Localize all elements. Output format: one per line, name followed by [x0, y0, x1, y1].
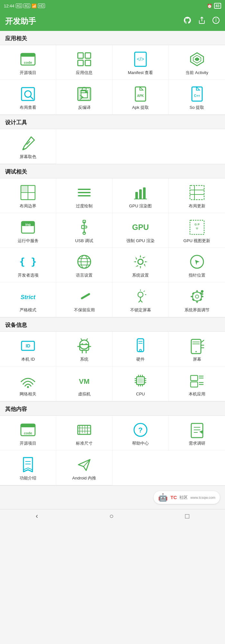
item-open-source[interactable]: code 开源项目	[0, 45, 56, 80]
item-usb-debug[interactable]: USB 调试	[56, 213, 113, 248]
svg-text:code: code	[24, 61, 32, 64]
info-icon[interactable]	[212, 16, 220, 26]
svg-rect-71	[81, 293, 91, 300]
item-label: 硬件	[136, 357, 145, 362]
svg-point-97	[86, 343, 87, 345]
item-label: 不锁定屏幕	[130, 308, 151, 313]
svg-rect-83	[191, 296, 193, 297]
section-label-other: 其他内容	[0, 402, 225, 416]
recent-button[interactable]: □	[185, 512, 189, 520]
cpu-icon	[131, 372, 149, 390]
item-label: 应用信息	[76, 70, 93, 76]
item-vm[interactable]: VM 虚拟机	[56, 366, 113, 401]
item-gpu-view-update[interactable]: G P U GPU 视图更新	[169, 213, 225, 248]
item-feedback[interactable]: 需求调研	[169, 416, 225, 450]
signal1: 4G	[16, 4, 22, 8]
item-label: 指针位置	[189, 273, 205, 278]
app-info-icon	[75, 50, 93, 68]
share-icon[interactable]	[198, 16, 206, 26]
back-button[interactable]: ‹	[36, 512, 38, 520]
time: 12:44	[4, 4, 14, 8]
svg-text:VM: VM	[79, 377, 90, 385]
item-screen[interactable]: 屏幕	[169, 332, 225, 366]
overdraw-icon	[75, 184, 93, 202]
item-overdraw[interactable]: 过度绘制	[56, 178, 113, 213]
manifest-icon: </>	[131, 50, 149, 68]
svg-rect-81	[196, 290, 198, 293]
item-strict-mode[interactable]: Strict 严格模式	[0, 282, 56, 317]
grid-apps: code 开源项目 应用信息 </> Manifest 查看	[0, 45, 225, 115]
svg-line-74	[139, 300, 140, 302]
item-pointer-location[interactable]: 指针位置	[169, 248, 225, 282]
standard-size-icon	[75, 421, 93, 439]
item-network[interactable]: 网络相关	[0, 366, 56, 401]
svg-rect-6	[78, 53, 83, 58]
item-no-keep-apps[interactable]: 不保留应用	[56, 282, 113, 317]
item-current-activity[interactable]: 当前 Activity	[169, 45, 225, 80]
item-cpu[interactable]: CPU	[113, 366, 169, 401]
svg-text:GPU: GPU	[132, 223, 149, 232]
item-android-push[interactable]: Android 内推	[56, 450, 113, 485]
item-layout-border[interactable]: 布局边界	[0, 178, 56, 213]
signal2: 4G	[23, 4, 30, 8]
item-label: Manifest 查看	[128, 70, 153, 76]
local-apps-icon	[188, 372, 206, 390]
home-button[interactable]: ○	[109, 512, 113, 520]
status-right: ⏰ 83	[207, 3, 221, 9]
item-gpu-render[interactable]: GPU 渲染图	[113, 178, 169, 213]
section-label-device: 设备信息	[0, 317, 225, 332]
item-decompile[interactable]: 反编译	[56, 80, 113, 115]
item-label: 严格模式	[20, 308, 36, 313]
item-force-gpu[interactable]: GPU 强制 GPU 渲染	[113, 213, 169, 248]
section-label-design: 设计工具	[0, 115, 225, 129]
eyedropper-icon	[19, 134, 37, 152]
item-help-center[interactable]: ? 帮助中心	[113, 416, 169, 450]
item-label: 开源项目	[20, 441, 36, 446]
item-layout-view[interactable]: 布局查看	[0, 80, 56, 115]
svg-point-72	[138, 292, 143, 297]
item-local-apps[interactable]: 本机应用	[169, 366, 225, 401]
section-label-debug: 调试相关	[0, 164, 225, 178]
item-intro[interactable]: 功能介绍	[0, 450, 56, 485]
item-ui-tune[interactable]: 系统界面调节	[169, 282, 225, 317]
open-source-icon: code	[19, 50, 37, 68]
app-title: 开发助手	[5, 16, 36, 26]
tc-brand: TC	[170, 495, 177, 500]
svg-line-99	[86, 339, 87, 341]
item-running-services[interactable]: ing 运行中服务	[0, 213, 56, 248]
item-layout-update[interactable]: 布局更新	[169, 178, 225, 213]
item-manifest[interactable]: </> Manifest 查看	[113, 45, 169, 80]
item-sys-settings[interactable]: 系统设置	[113, 248, 169, 282]
item-color-pick[interactable]: 屏幕取色	[0, 129, 56, 164]
gpu-render-icon	[131, 184, 149, 202]
item-device-id[interactable]: ID 本机 ID	[0, 332, 56, 366]
item-open-source2[interactable]: code 开源项目	[0, 416, 56, 450]
item-system[interactable]: 系统	[56, 332, 113, 366]
svg-point-111	[195, 351, 197, 352]
lang-settings-icon	[75, 253, 93, 271]
svg-rect-37	[135, 192, 138, 199]
alarm-icon: ⏰	[207, 4, 212, 8]
item-label: CPU	[136, 392, 145, 397]
svg-line-77	[144, 291, 145, 292]
svg-rect-82	[196, 300, 198, 303]
layout-view-icon	[19, 85, 37, 103]
item-dev-options[interactable]: { } 开发者选项	[0, 248, 56, 282]
item-apk-extract[interactable]: APK Apk 提取	[113, 80, 169, 115]
device-id-icon: ID	[19, 337, 37, 355]
item-lang-settings[interactable]: 语言设置	[56, 248, 113, 282]
item-label: 不保留应用	[74, 308, 95, 313]
battery: 83	[214, 3, 221, 9]
svg-rect-4	[21, 53, 35, 57]
item-hardware[interactable]: 硬件	[113, 332, 169, 366]
item-label: 标准尺寸	[76, 441, 93, 446]
github-icon[interactable]	[183, 16, 192, 26]
item-label: 本机应用	[189, 392, 205, 397]
item-no-lock-screen[interactable]: 不锁定屏幕	[113, 282, 169, 317]
item-standard-size[interactable]: 标准尺寸	[56, 416, 113, 450]
item-app-info[interactable]: 应用信息	[56, 45, 113, 80]
no-lock-screen-icon	[131, 288, 149, 306]
svg-rect-131	[191, 375, 198, 381]
svg-text:ing: ing	[25, 223, 31, 226]
item-so-extract[interactable]: C++ So 提取	[169, 80, 225, 115]
